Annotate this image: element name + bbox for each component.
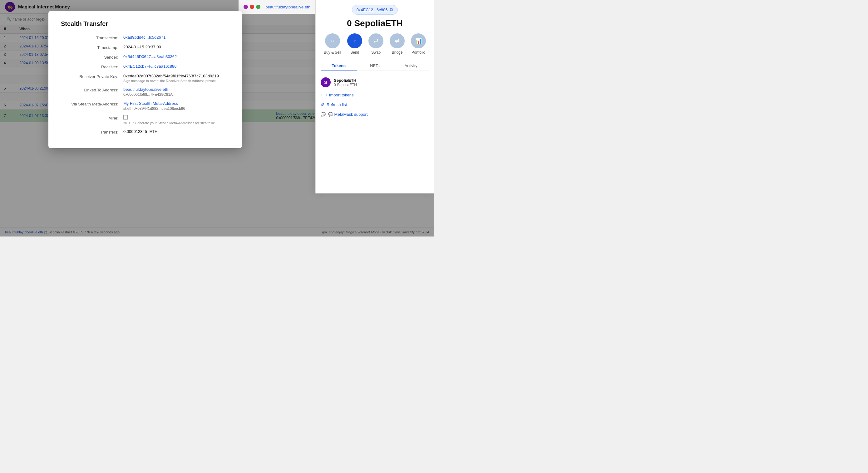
private-key-note: Sign message to reveal the Receiver Stea… bbox=[123, 79, 229, 83]
refresh-list-link[interactable]: ↺ Refresh list bbox=[321, 100, 429, 109]
modal-row-private-key: Receiver Private Key: 0xedae32a007f332ab… bbox=[61, 74, 229, 83]
token-info: SepoliaETH 0 SepoliaETH bbox=[334, 78, 429, 87]
transaction-label: Transaction: bbox=[61, 35, 123, 40]
private-key-area: 0xedae32a007f332abf54a9f01fde4763f7c7103… bbox=[123, 74, 229, 83]
linked-ens[interactable]: beautifuldaytobealive.eth bbox=[123, 87, 168, 92]
portfolio-label: Portfolio bbox=[411, 50, 425, 55]
modal-row-linked: Linked To Address: beautifuldaytobealive… bbox=[61, 87, 229, 97]
token-name: SepoliaETH bbox=[334, 78, 429, 83]
private-key-value: 0xedae32a007f332abf54a9f01fde4763f7c7103… bbox=[123, 74, 229, 78]
mm-address-bar: 0x4EC12...6c886 ⧉ bbox=[321, 5, 429, 15]
support-label: 💬 MetaMask support bbox=[328, 112, 368, 117]
refresh-list-label: Refresh list bbox=[327, 102, 347, 107]
bridge-icon[interactable]: ⇌ bbox=[390, 33, 405, 48]
beautify-account-link[interactable]: beautifuldaytobealive.eth bbox=[266, 5, 310, 9]
send-label: Send bbox=[350, 50, 359, 55]
stealth-area: My First Stealth Meta-Address st:eth:0x0… bbox=[123, 101, 229, 111]
bridge-label: Bridge bbox=[392, 50, 403, 55]
plus-icon: + bbox=[321, 93, 323, 97]
stealth-transfer-modal: Stealth Transfer Transaction: 0xad9bdd4c… bbox=[49, 11, 242, 148]
account-badge bbox=[244, 5, 260, 9]
mm-tabs: Tokens NFTs Activity bbox=[321, 61, 429, 71]
linked-area: beautifuldaytobealive.eth 0x000001f568..… bbox=[123, 87, 229, 97]
token-amount: 0 SepoliaETH bbox=[334, 83, 429, 87]
private-key-label: Receiver Private Key: bbox=[61, 74, 123, 79]
modal-row-receiver: Receiver: 0x4EC12cb7FF...c7aa16c886 bbox=[61, 64, 229, 69]
mm-action-bridge[interactable]: ⇌ Bridge bbox=[390, 33, 405, 55]
copy-icon[interactable]: ⧉ bbox=[390, 7, 393, 12]
import-tokens-link[interactable]: + + Import tokens bbox=[321, 90, 429, 100]
mine-area: NOTE: Generate your Stealth Meta-Address… bbox=[123, 115, 229, 125]
mm-address: 0x4EC12...6c886 bbox=[356, 7, 388, 12]
transfers-eth: ETH bbox=[150, 129, 158, 134]
account-top-bar: beautifuldaytobealive.eth bbox=[239, 0, 315, 14]
mm-action-send[interactable]: ↑ Send bbox=[347, 33, 362, 55]
tab-nfts[interactable]: NFTs bbox=[357, 61, 393, 70]
sepolia-token-icon: S bbox=[321, 77, 331, 87]
sender-value[interactable]: 0x5d446D0647...a3eab30362 bbox=[123, 54, 229, 59]
stealth-label: Via Stealth Meta-Address: bbox=[61, 101, 123, 106]
modal-row-mine: Mine: NOTE: Generate your Stealth Meta-A… bbox=[61, 115, 229, 125]
sender-label: Sender: bbox=[61, 54, 123, 60]
support-icon: 💬 bbox=[321, 112, 326, 117]
modal-row-stealth: Via Stealth Meta-Address: My First Steal… bbox=[61, 101, 229, 111]
tab-activity[interactable]: Activity bbox=[393, 61, 429, 70]
modal-row-sender: Sender: 0x5d446D0647...a3eab30362 bbox=[61, 54, 229, 60]
mm-address-badge[interactable]: 0x4EC12...6c886 ⧉ bbox=[352, 5, 398, 15]
transfers-area: 0.000012345 ETH bbox=[123, 129, 229, 134]
receiver-label: Receiver: bbox=[61, 64, 123, 69]
receiver-value[interactable]: 0x4EC12cb7FF...c7aa16c886 bbox=[123, 64, 229, 69]
stealth-sub: st:eth:0x039441d882...5ea10fbecb96 bbox=[123, 106, 229, 111]
linked-addr: 0x000001f568...7FE429C81A bbox=[123, 92, 229, 97]
import-tokens-label: + Import tokens bbox=[326, 93, 354, 97]
buy-sell-icon[interactable]: ↔ bbox=[325, 33, 340, 48]
modal-row-transaction: Transaction: 0xad9bdd4c...fc5d2671 bbox=[61, 35, 229, 40]
refresh-icon: ↺ bbox=[321, 102, 324, 107]
buy-sell-label: Buy & Sell bbox=[324, 50, 341, 55]
swap-icon[interactable]: ⇄ bbox=[368, 33, 383, 48]
transaction-value[interactable]: 0xad9bdd4c...fc5d2671 bbox=[123, 35, 229, 40]
mm-actions: ↔ Buy & Sell ↑ Send ⇄ Swap ⇌ Bridge 📊 Po… bbox=[321, 33, 429, 55]
mm-balance: 0 SepoliaETH bbox=[321, 19, 429, 28]
modal-row-timestamp: Timestamp: 2024-01-15 20:37:00 bbox=[61, 45, 229, 50]
token-item-sepolia[interactable]: S SepoliaETH 0 SepoliaETH bbox=[321, 75, 429, 90]
swap-label: Swap bbox=[371, 50, 381, 55]
stealth-name[interactable]: My First Stealth Meta-Address bbox=[123, 101, 178, 106]
mm-action-swap[interactable]: ⇄ Swap bbox=[368, 33, 383, 55]
mm-action-buy-sell[interactable]: ↔ Buy & Sell bbox=[324, 33, 341, 55]
tab-tokens[interactable]: Tokens bbox=[321, 61, 357, 71]
mine-label: Mine: bbox=[61, 115, 123, 121]
send-icon[interactable]: ↑ bbox=[347, 33, 362, 48]
metamask-panel: 0x4EC12...6c886 ⧉ 0 SepoliaETH ↔ Buy & S… bbox=[315, 0, 434, 194]
metamask-support-link[interactable]: 💬 💬 MetaMask support bbox=[321, 109, 429, 119]
mine-checkbox[interactable] bbox=[123, 115, 128, 120]
timestamp-value: 2024-01-15 20:37:00 bbox=[123, 45, 229, 49]
modal-row-transfers: Transfers: 0.000012345 ETH bbox=[61, 129, 229, 134]
linked-label: Linked To Address: bbox=[61, 87, 123, 92]
account-dot-purple bbox=[244, 5, 248, 9]
timestamp-label: Timestamp: bbox=[61, 45, 123, 50]
transfers-value: 0.000012345 bbox=[123, 129, 147, 134]
portfolio-icon[interactable]: 📊 bbox=[411, 33, 426, 48]
transfers-label: Transfers: bbox=[61, 129, 123, 134]
mm-action-portfolio[interactable]: 📊 Portfolio bbox=[411, 33, 426, 55]
mine-note: NOTE: Generate your Stealth Meta-Address… bbox=[123, 121, 229, 125]
account-dot-red bbox=[250, 5, 254, 9]
modal-title: Stealth Transfer bbox=[61, 20, 229, 28]
account-dot-green bbox=[256, 5, 260, 9]
